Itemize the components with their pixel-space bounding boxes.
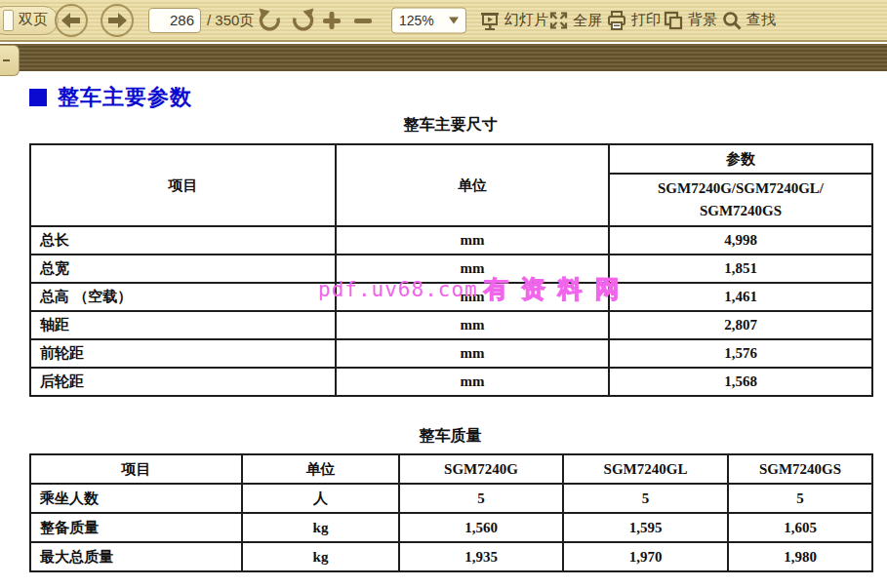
printer-icon (606, 10, 627, 31)
mass-table: 项目 单位 SGM7240G SGM7240GL SGM7240GS 乘坐人数 … (29, 453, 873, 572)
document-page: 整车主要参数 整车主要尺寸 项目 单位 参数 SGM7240G/SGM7240G… (0, 71, 887, 588)
row-label: 整备质量 (30, 513, 242, 542)
zoom-level-value: 125% (399, 13, 434, 28)
row-unit: mm (336, 255, 609, 283)
section-title: 整车主要参数 (29, 83, 192, 112)
row-value: 5 (399, 484, 563, 513)
table-row: 轴距 mm 2,807 (30, 311, 872, 339)
section-title-text: 整车主要参数 (58, 83, 192, 112)
row-value: 2,807 (609, 311, 872, 339)
arrow-left-icon (60, 12, 82, 29)
row-label: 总宽 (30, 255, 336, 283)
minus-icon (3, 59, 10, 61)
double-page-label: 双页 (19, 11, 48, 29)
toolbar: 双页 / 350页 (0, 0, 887, 42)
row-unit: mm (336, 311, 609, 339)
table1-header-models: SGM7240G/SGM7240GL/ SGM7240GS (609, 174, 872, 226)
page-total-label: / 350页 (207, 11, 254, 29)
table2-caption: 整车质量 (29, 426, 871, 447)
collapsed-panel-bar (0, 44, 887, 71)
table1-caption: 整车主要尺寸 (29, 115, 871, 136)
row-value: 1,935 (399, 542, 563, 571)
row-value: 5 (563, 484, 728, 513)
table-row: 总长 mm 4,998 (30, 226, 872, 255)
table2-header-model1: SGM7240G (399, 454, 563, 484)
row-label: 总长 (30, 226, 336, 255)
row-value: 1,980 (728, 542, 872, 571)
background-button[interactable]: 背景 (663, 10, 717, 31)
zoom-in-button[interactable] (321, 10, 343, 31)
table2-header-model2: SGM7240GL (563, 454, 728, 484)
slideshow-label: 幻灯片 (504, 11, 548, 29)
row-value: 5 (728, 484, 872, 513)
row-value: 1,461 (609, 283, 872, 311)
print-label: 打印 (631, 11, 661, 29)
fullscreen-button[interactable]: 全屏 (548, 10, 602, 30)
table1-header-unit: 单位 (336, 144, 609, 226)
row-label: 最大总质量 (30, 542, 242, 571)
slideshow-button[interactable]: 幻灯片 (479, 10, 548, 31)
projector-screen-icon (479, 10, 501, 31)
row-label: 轴距 (30, 311, 336, 339)
layered-pages-icon (663, 10, 684, 31)
dimensions-table: 项目 单位 参数 SGM7240G/SGM7240GL/ SGM7240GS 总… (29, 143, 873, 397)
row-value: 1,605 (728, 513, 872, 542)
fullscreen-expand-icon (548, 10, 569, 30)
table-row: 总宽 mm 1,851 (30, 255, 872, 283)
row-value: 1,560 (399, 513, 563, 542)
models-line2: SGM7240GS (610, 200, 871, 222)
next-page-button[interactable] (101, 4, 134, 37)
row-value: 1,595 (563, 513, 728, 542)
table-row: 整备质量 kg 1,560 1,595 1,605 (30, 513, 872, 542)
table2-header-model3: SGM7240GS (728, 454, 872, 484)
table1-header-param: 参数 (609, 144, 872, 174)
row-value: 1,568 (609, 368, 872, 396)
pdf-reader-window: 双页 / 350页 (0, 0, 887, 588)
table-row: 后轮距 mm 1,568 (30, 368, 872, 396)
table-row: 前轮距 mm 1,576 (30, 339, 872, 368)
fullscreen-label: 全屏 (573, 11, 602, 29)
row-unit: kg (242, 513, 399, 542)
row-value: 1,576 (609, 339, 872, 368)
zoom-level-select[interactable]: 125% (391, 7, 466, 33)
find-label: 查找 (746, 11, 776, 29)
double-page-button[interactable]: 双页 (0, 6, 59, 35)
blue-square-bullet-icon (29, 89, 47, 106)
page-number-input[interactable] (148, 8, 201, 33)
row-unit: 人 (242, 484, 399, 513)
find-button[interactable]: 查找 (721, 10, 776, 31)
background-label: 背景 (688, 11, 717, 29)
zoom-out-button[interactable] (352, 10, 374, 31)
rotate-cw-button[interactable] (290, 7, 316, 33)
row-unit: kg (242, 542, 399, 571)
table2-header-unit: 单位 (242, 454, 399, 484)
row-label: 前轮距 (30, 339, 336, 368)
table-row: 乘坐人数 人 5 5 5 (30, 484, 872, 513)
row-value: 4,998 (609, 226, 872, 255)
row-unit: mm (336, 368, 609, 396)
prev-page-button[interactable] (55, 4, 88, 37)
row-unit: mm (336, 339, 609, 368)
row-label: 乘坐人数 (30, 484, 242, 513)
row-value: 1,851 (609, 255, 872, 283)
table-row: 总高 （空载） mm 1,461 (30, 283, 872, 311)
arrow-right-icon (106, 12, 128, 29)
models-line1: SGM7240G/SGM7240GL/ (610, 177, 871, 200)
toolbar-edge-fragment (3, 10, 14, 31)
table1-header-item: 项目 (30, 144, 336, 226)
row-label: 后轮距 (30, 368, 336, 396)
rotate-ccw-button[interactable] (257, 7, 283, 33)
row-value: 1,970 (563, 542, 728, 571)
row-unit: mm (336, 283, 609, 311)
magnifier-icon (721, 10, 743, 31)
sidebar-toggle-tab[interactable] (0, 45, 20, 76)
table-row: 最大总质量 kg 1,935 1,970 1,980 (30, 542, 872, 571)
chevron-down-icon (449, 17, 459, 23)
print-button[interactable]: 打印 (606, 10, 661, 31)
row-unit: mm (336, 226, 609, 255)
row-label: 总高 （空载） (30, 283, 336, 311)
table2-header-item: 项目 (30, 454, 242, 484)
